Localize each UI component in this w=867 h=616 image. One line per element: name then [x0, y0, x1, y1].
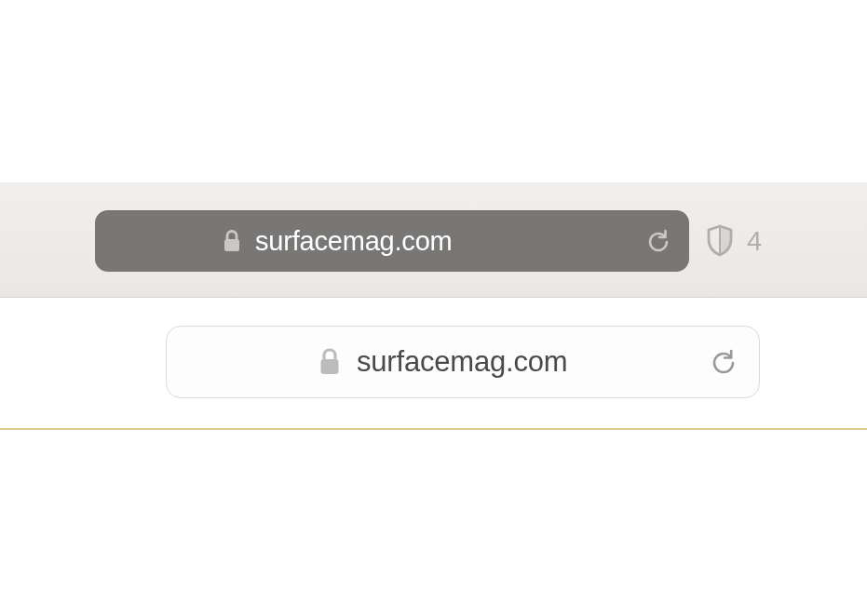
lock-icon	[319, 348, 340, 376]
privacy-report-button[interactable]: 4	[706, 210, 762, 272]
refresh-icon[interactable]	[711, 347, 737, 377]
svg-rect-0	[224, 239, 239, 251]
url-text: surfacemag.com	[357, 345, 567, 379]
url-text: surfacemag.com	[255, 226, 453, 257]
svg-rect-1	[321, 359, 339, 374]
shield-icon	[706, 224, 734, 258]
lock-icon	[224, 230, 240, 252]
address-bar-active[interactable]: surfacemag.com	[95, 210, 689, 272]
privacy-tracker-count: 4	[747, 226, 762, 257]
address-bar-secondary[interactable]: surfacemag.com	[166, 326, 760, 398]
refresh-icon[interactable]	[646, 227, 671, 255]
divider	[0, 428, 867, 430]
